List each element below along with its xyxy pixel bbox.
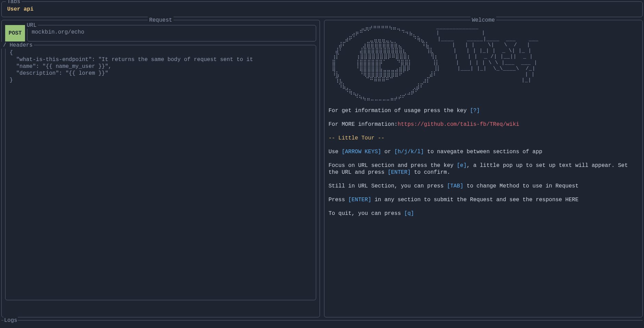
http-method-badge[interactable]: POST [5,25,25,41]
logs-panel: Logs [1,320,643,320]
url-input-panel[interactable]: URL mockbin.org/echo [27,25,316,41]
tabs-title: Tabs [6,0,22,5]
request-title: Request [148,17,173,24]
help-key: [?] [470,108,480,114]
info-line: For get information of usage press the k… [329,107,638,114]
quit-line: To quit, you can press [q] [329,210,638,217]
tab-key: [TAB] [447,183,463,189]
more-info-line: For MORE information:https://github.com/… [329,121,638,128]
focus-line: Focus on URL section and press the key [… [329,162,638,176]
enter-key-1: [ENTER] [388,169,411,175]
tab-line: Still in URL Section, you can press [TAB… [329,183,638,190]
headers-tab-label[interactable]: Headers [10,42,33,48]
method-url-row: POST URL mockbin.org/echo [5,25,316,41]
body-headers-title: BODY / Headers [0,42,34,49]
ascii-logo: ⣀⣤⡴⠶⠶⠶⠶⢦⣤⣀ _____________ ⣠⡶⠛⠉⠁ ⠈⠙⠲⣦⡀ | |… [329,24,638,101]
arrow-keys: [ARROW KEYS] [342,149,381,155]
welcome-title: Welcome [470,17,496,24]
body-content[interactable]: { "what-is-this-endpoint": "It returns t… [10,49,312,84]
body-panel[interactable]: BODY / Headers { "what-is-this-endpoint"… [5,45,316,300]
welcome-content: ⣀⣤⡴⠶⠶⠶⠶⢦⣤⣀ _____________ ⣠⡶⠛⠉⠁ ⠈⠙⠲⣦⡀ | |… [328,23,639,225]
hjkl-keys: [h/j/k/l] [394,149,424,155]
wiki-link[interactable]: https://github.com/talis-fb/TReq/wiki [398,121,519,127]
welcome-panel: Welcome ⣀⣤⡴⠶⠶⠶⠶⢦⣤⣀ _____________ ⣠⡶⠛⠉⠁ ⠈… [324,20,643,317]
logs-label: Logs [3,317,18,324]
tabs-panel: Tabs User api [1,1,643,17]
tab-active[interactable]: User api [5,4,639,14]
nav-line: Use [ARROW KEYS] or [h/j/k/l] to navegat… [329,148,638,155]
q-key: [q] [404,210,414,217]
e-key: [e] [457,162,467,169]
request-panel: Request POST URL mockbin.org/echo BODY /… [1,20,320,317]
enter-line: Press [ENTER] in any section to submit t… [329,196,638,203]
tour-header: -- Little Tour -- [329,135,638,142]
tab-separator: / [0,42,10,48]
main-row: Request POST URL mockbin.org/echo BODY /… [1,20,643,317]
url-label: URL [25,22,38,29]
url-value[interactable]: mockbin.org/echo [32,29,312,36]
enter-key-2: [ENTER] [348,197,371,203]
